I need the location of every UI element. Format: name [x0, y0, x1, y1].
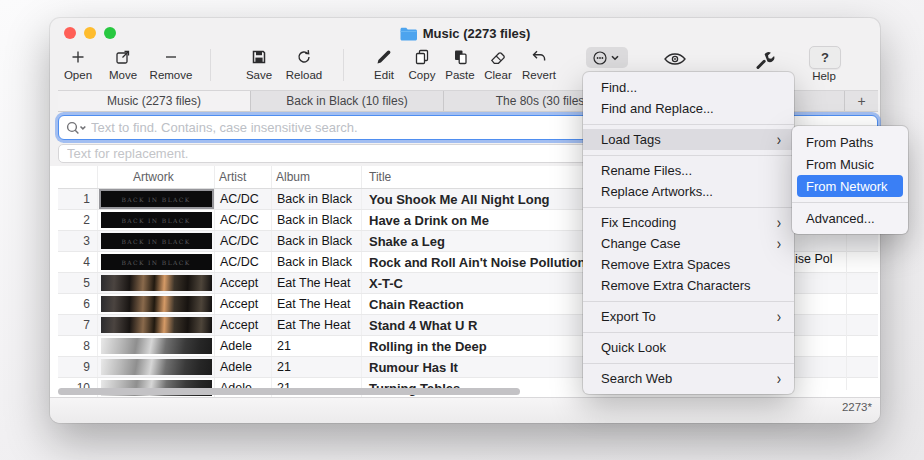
- artist-cell[interactable]: AC/DC: [215, 189, 272, 209]
- actions-menu: Find... Find and Replace... Load Tags› R…: [583, 72, 794, 394]
- remove-button[interactable]: Remove: [143, 47, 199, 81]
- album-cell[interactable]: 21: [272, 357, 362, 377]
- artwork-image: [101, 296, 212, 312]
- toolbar-separator: [210, 49, 211, 81]
- submenu-item-from-paths[interactable]: From Paths: [792, 131, 908, 153]
- artist-cell[interactable]: Adele: [215, 336, 272, 356]
- menu-item-find-and-replace[interactable]: Find and Replace...: [583, 98, 794, 119]
- search-icon[interactable]: [65, 120, 89, 136]
- submenu-item-advanced[interactable]: Advanced...: [792, 207, 908, 229]
- submenu-chevron-icon: ›: [777, 234, 781, 253]
- menu-separator: [583, 332, 794, 333]
- revert-button[interactable]: Revert: [511, 47, 567, 81]
- menu-separator: [583, 124, 794, 125]
- album-artwork-cell[interactable]: BACK IN BLACK: [98, 210, 215, 230]
- window-title: Music (2273 files): [400, 25, 531, 41]
- row-number: 6: [58, 294, 98, 314]
- menu-item-find[interactable]: Find...: [583, 77, 794, 98]
- album-cell[interactable]: Back in Black: [272, 189, 362, 209]
- artist-cell[interactable]: Accept: [215, 315, 272, 335]
- menu-item-export-to[interactable]: Export To›: [583, 306, 794, 327]
- help-label: Help: [796, 70, 852, 82]
- row-number: 5: [58, 273, 98, 293]
- horizontal-scrollbar-thumb[interactable]: [58, 388, 520, 395]
- album-cell[interactable]: Back in Black: [272, 231, 362, 251]
- album-artwork-cell[interactable]: [98, 357, 215, 377]
- menu-item-remove-extra-characters[interactable]: Remove Extra Characters: [583, 275, 794, 296]
- menu-item-change-case[interactable]: Change Case›: [583, 233, 794, 254]
- artist-cell[interactable]: AC/DC: [215, 231, 272, 251]
- artwork-image: BACK IN BLACK: [101, 233, 212, 249]
- header-album[interactable]: Album: [272, 166, 362, 188]
- album-cell[interactable]: Eat The Heat: [272, 294, 362, 314]
- album-artwork-cell[interactable]: BACK IN BLACK: [98, 189, 215, 209]
- row-number: 1: [58, 189, 98, 209]
- menu-separator: [583, 301, 794, 302]
- menu-separator: [792, 202, 908, 203]
- menu-item-rename-files[interactable]: Rename Files...: [583, 160, 794, 181]
- album-cell[interactable]: Back in Black: [272, 252, 362, 272]
- toolbar-separator: [343, 49, 344, 81]
- row-number: 7: [58, 315, 98, 335]
- artist-cell[interactable]: Accept: [215, 273, 272, 293]
- tools-button[interactable]: [752, 49, 776, 71]
- artist-cell[interactable]: AC/DC: [215, 252, 272, 272]
- menu-item-quick-look[interactable]: Quick Look: [583, 337, 794, 358]
- menu-item-replace-artworks[interactable]: Replace Artworks...: [583, 181, 794, 202]
- artist-cell[interactable]: Adele: [215, 357, 272, 377]
- album-artwork-cell[interactable]: [98, 315, 215, 335]
- clipped-cell-text: ise Pol: [795, 252, 879, 270]
- menu-separator: [583, 155, 794, 156]
- row-number: 3: [58, 231, 98, 251]
- close-button[interactable]: [64, 27, 76, 39]
- menu-item-fix-encoding[interactable]: Fix Encoding›: [583, 212, 794, 233]
- desktop: Music (2273 files) Open Move Remove Save…: [0, 0, 924, 460]
- view-button[interactable]: [662, 49, 688, 68]
- tab-music[interactable]: Music (2273 files): [58, 91, 251, 111]
- album-artwork-cell[interactable]: [98, 336, 215, 356]
- minus-icon: [143, 47, 199, 68]
- album-cell[interactable]: Back in Black: [272, 210, 362, 230]
- album-cell[interactable]: Eat The Heat: [272, 315, 362, 335]
- submenu-item-from-music[interactable]: From Music: [792, 153, 908, 175]
- row-number: 8: [58, 336, 98, 356]
- minimize-button[interactable]: [84, 27, 96, 39]
- load-tags-submenu: From Paths From Music From Network Advan…: [792, 126, 908, 234]
- file-count-badge: 2273*: [842, 401, 872, 413]
- reload-icon: [276, 47, 332, 68]
- album-artwork-cell[interactable]: [98, 273, 215, 293]
- artist-cell[interactable]: Accept: [215, 294, 272, 314]
- row-number: 9: [58, 357, 98, 377]
- album-cell[interactable]: Eat The Heat: [272, 273, 362, 293]
- artwork-image: [101, 275, 212, 291]
- add-tab-button[interactable]: +: [845, 91, 878, 111]
- submenu-item-from-network[interactable]: From Network: [797, 175, 903, 197]
- tab-back-in-black[interactable]: Back in Black (10 files): [251, 91, 444, 111]
- album-artwork-cell[interactable]: BACK IN BLACK: [98, 252, 215, 272]
- menu-item-search-web[interactable]: Search Web›: [583, 368, 794, 389]
- more-actions-button[interactable]: [586, 47, 628, 68]
- reload-button[interactable]: Reload: [276, 47, 332, 81]
- row-number: 4: [58, 252, 98, 272]
- eye-icon: [662, 49, 688, 66]
- row-number: 2: [58, 210, 98, 230]
- header-artist[interactable]: Artist: [215, 166, 272, 188]
- submenu-chevron-icon: ›: [777, 130, 781, 149]
- menu-item-remove-extra-spaces[interactable]: Remove Extra Spaces: [583, 254, 794, 275]
- artwork-image: BACK IN BLACK: [101, 212, 212, 228]
- menu-separator: [583, 207, 794, 208]
- menu-item-load-tags[interactable]: Load Tags›: [583, 129, 794, 150]
- album-artwork-cell[interactable]: [98, 294, 215, 314]
- menu-separator: [583, 363, 794, 364]
- submenu-chevron-icon: ›: [777, 307, 781, 326]
- header-artwork[interactable]: Artwork: [98, 166, 215, 188]
- album-artwork-cell[interactable]: BACK IN BLACK: [98, 231, 215, 251]
- artist-cell[interactable]: AC/DC: [215, 210, 272, 230]
- status-bar: 2273*: [50, 397, 880, 423]
- help-button[interactable]: ?: [809, 46, 841, 69]
- zoom-button[interactable]: [104, 27, 116, 39]
- wrench-icon: [752, 50, 776, 67]
- traffic-lights: [64, 27, 116, 39]
- album-cell[interactable]: 21: [272, 336, 362, 356]
- help-icon: ?: [821, 50, 829, 65]
